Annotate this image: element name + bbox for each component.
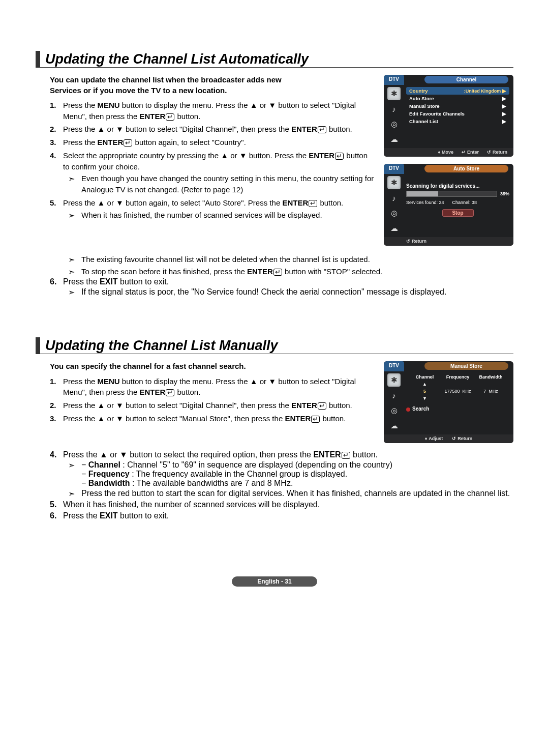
- progress-bar: [406, 191, 497, 197]
- txt: button.: [327, 401, 352, 410]
- val-mhz: MHz: [489, 389, 498, 394]
- s2-step3: Press the ▲ or ▼ button to select "Manua…: [50, 413, 375, 424]
- enter-icon: ↵: [311, 416, 320, 423]
- txt: : The available bandwidths are 7 and 8 M…: [130, 479, 293, 487]
- txt: button.: [175, 112, 200, 121]
- menu-auto-store[interactable]: Auto Store▶: [406, 95, 509, 102]
- osd-channel-menu: DTV Channel ✱ ♪ ◎ ☁ Country :United King…: [384, 75, 513, 157]
- s1-step5-note1: When it has finished, the number of scan…: [63, 210, 375, 221]
- menu-label: MENU: [98, 101, 120, 109]
- txt: Move: [442, 150, 453, 155]
- enter-label: ENTER: [98, 138, 124, 147]
- label: Auto Store: [409, 96, 434, 101]
- txt: Return: [412, 239, 426, 244]
- opt-bandwidth: Bandwidth: [88, 479, 130, 487]
- search-button[interactable]: Search: [412, 406, 429, 412]
- arrow-up-icon[interactable]: ▲: [408, 382, 441, 387]
- s2-step2: Press the ▲ or ▼ button to select "Digit…: [50, 400, 375, 411]
- picture-icon[interactable]: ✱: [387, 87, 401, 100]
- red-dot-icon[interactable]: [406, 408, 410, 412]
- return-icon: ↺: [406, 239, 410, 244]
- hint-return: ↺Return: [406, 239, 426, 244]
- enter-icon: ↵: [273, 269, 282, 276]
- menu-country[interactable]: Country :United Kingdom ▶: [406, 87, 509, 95]
- stop-button[interactable]: Stop: [442, 209, 474, 217]
- val-frequency: 177500: [444, 389, 460, 394]
- txt: button with "STOP" selected.: [283, 267, 382, 276]
- s1-step5: Press the ▲ or ▼ button again, to select…: [50, 197, 375, 221]
- enter-label: ENTER: [247, 267, 273, 276]
- s1-step5-note3: To stop the scan before it has finished,…: [63, 266, 513, 277]
- s1-step4: Select the appropriate country by pressi…: [50, 150, 375, 195]
- txt: : Channel "5" to "69" in sequence are di…: [120, 460, 392, 469]
- s1-step1: Press the MENU button to display the men…: [50, 100, 375, 122]
- setup-icon[interactable]: ☁: [387, 222, 401, 235]
- label: Country: [409, 88, 428, 94]
- s1-step4-note: Even though you have changed the country…: [63, 173, 375, 195]
- enter-icon: ↵: [166, 389, 174, 396]
- label: Channel List: [409, 119, 438, 124]
- menu-manual-store[interactable]: Manual Store▶: [406, 102, 509, 110]
- sound-icon[interactable]: ♪: [387, 389, 401, 402]
- txt: button.: [175, 388, 200, 396]
- val-bw: 7: [483, 389, 486, 394]
- enter-label: ENTER: [291, 125, 317, 133]
- txt: button.: [327, 125, 352, 133]
- hdr-channel: Channel: [408, 374, 441, 380]
- menu-channel-list[interactable]: Channel List▶: [406, 118, 509, 125]
- channel-icon[interactable]: ◎: [387, 404, 401, 417]
- setup-icon[interactable]: ☁: [387, 419, 401, 432]
- txt: Press the ▲ or ▼ button to select "Manua…: [63, 414, 285, 423]
- txt: button to exit.: [118, 277, 169, 286]
- picture-icon[interactable]: ✱: [387, 373, 401, 387]
- enter-label: ENTER: [285, 414, 311, 423]
- enter-label: ENTER: [139, 388, 165, 396]
- channel-num: Channel: 38: [452, 200, 477, 205]
- txt: Press the: [63, 277, 100, 286]
- sound-icon[interactable]: ♪: [387, 102, 401, 115]
- section1-title: Updating the Channel List Automatically: [36, 51, 513, 68]
- txt: Adjust: [429, 436, 443, 441]
- menu-edit-fav[interactable]: Edit Favourite Channels▶: [406, 110, 509, 118]
- s2-step1: Press the MENU button to display the men…: [50, 376, 375, 398]
- s2-step6: Press the EXIT button to exit.: [50, 511, 513, 520]
- val-khz: KHz: [463, 389, 471, 394]
- setup-icon[interactable]: ☁: [387, 133, 401, 146]
- txt: button to exit.: [118, 511, 169, 520]
- osd-sidebar: ✱ ♪ ◎ ☁: [384, 371, 404, 434]
- txt: −: [81, 460, 88, 469]
- s2-step4: Press the ▲ or ▼ button to select the re…: [50, 450, 513, 498]
- val-channel[interactable]: 5: [408, 389, 441, 394]
- txt: Enter: [467, 150, 479, 155]
- enter-icon: ↵: [318, 402, 326, 410]
- page-footer: English - 31: [36, 576, 513, 587]
- txt: button.: [318, 198, 343, 207]
- hint-return: ↺Return: [487, 150, 507, 155]
- txt: button.: [320, 414, 346, 423]
- sound-icon[interactable]: ♪: [387, 191, 401, 205]
- updown-icon: ♦: [425, 436, 428, 441]
- enter-icon: ↵: [462, 150, 466, 155]
- section2-title: Updating the Channel List Manually: [36, 337, 513, 354]
- txt: Press the ▲ or ▼ button to select the re…: [63, 450, 313, 459]
- chevron-right-icon: ▶: [502, 119, 506, 124]
- updown-icon: ♦: [438, 150, 440, 155]
- channel-icon[interactable]: ◎: [387, 118, 401, 131]
- txt: Press the ▲ or ▼ button to select "Digit…: [63, 401, 291, 410]
- txt: Return: [493, 150, 507, 155]
- section1-intro: You can update the channel list when the…: [50, 75, 284, 96]
- exit-label: EXIT: [100, 277, 118, 286]
- txt: Select the appropriate country by pressi…: [63, 151, 309, 160]
- osd-title: Manual Store: [424, 362, 508, 370]
- s1-step6-note: If the signal status is poor, the "No Se…: [63, 287, 513, 297]
- picture-icon[interactable]: ✱: [387, 176, 401, 189]
- arrow-down-icon[interactable]: ▼: [408, 396, 441, 401]
- chevron-right-icon: ▶: [502, 111, 506, 117]
- progress-percent: 35%: [500, 191, 509, 196]
- s2-step4-options: − Channel : Channel "5" to "69" in seque…: [63, 460, 513, 488]
- s1-step5-note2: The existing favourite channel list will…: [63, 254, 513, 265]
- hdr-bandwidth: Bandwidth: [474, 374, 507, 380]
- txt: : The frequency available in the Channel…: [130, 470, 347, 478]
- osd-auto-store: DTV Auto Store ✱ ♪ ◎ ☁ Scanning for digi…: [384, 164, 513, 246]
- channel-icon[interactable]: ◎: [387, 207, 401, 220]
